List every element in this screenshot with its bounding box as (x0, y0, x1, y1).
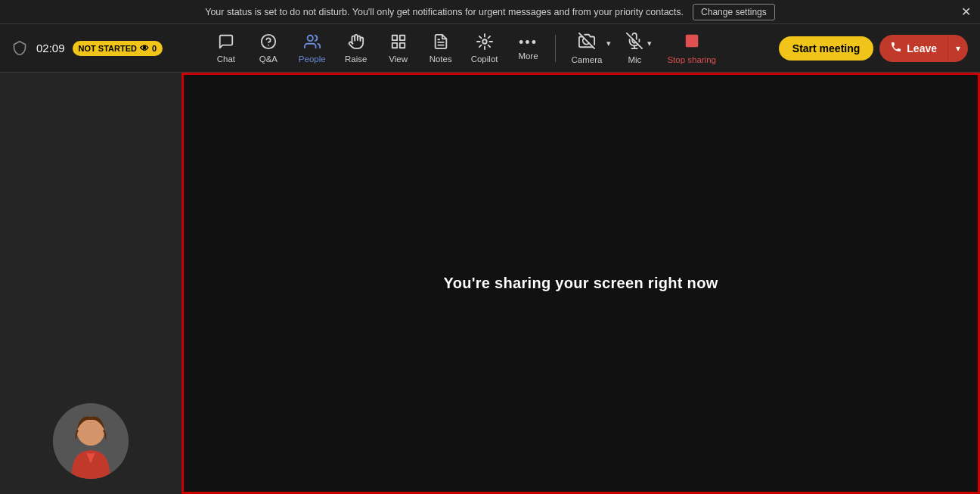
leave-group: Leave ▾ (879, 35, 968, 62)
leave-dropdown-button[interactable]: ▾ (948, 37, 968, 60)
not-started-badge: NOT STARTED 👁 0 (73, 41, 163, 56)
view-button[interactable]: View (379, 29, 418, 68)
chat-icon (218, 33, 234, 52)
stop-sharing-label: Stop sharing (667, 55, 716, 64)
mic-dropdown-button[interactable]: ▾ (646, 39, 656, 48)
sidebar (0, 73, 181, 494)
start-meeting-button[interactable]: Start meeting (779, 36, 873, 61)
svg-line-10 (579, 33, 594, 48)
timer-display: 02:09 (36, 42, 65, 54)
qa-icon (260, 33, 277, 52)
attendee-count: 0 (152, 44, 157, 53)
mic-button[interactable]: Mic (619, 28, 646, 69)
close-notification-button[interactable]: ✕ (961, 6, 971, 18)
copilot-label: Copilot (471, 54, 498, 64)
stop-sharing-icon (684, 33, 700, 53)
people-label: People (299, 54, 326, 64)
chat-button[interactable]: Chat (206, 29, 246, 68)
avatar (53, 403, 129, 479)
chat-label: Chat (217, 54, 235, 64)
more-icon: ••• (519, 36, 538, 49)
screen-share-area: You're sharing your screen right now (181, 73, 980, 494)
toolbar-right: Start meeting Leave ▾ (779, 35, 968, 62)
camera-off-icon (578, 33, 595, 53)
not-started-label: NOT STARTED (79, 44, 137, 53)
toolbar-left: 02:09 NOT STARTED 👁 0 (12, 40, 163, 57)
notes-button[interactable]: Notes (421, 29, 461, 68)
raise-icon (348, 33, 364, 52)
shield-icon (12, 40, 29, 57)
notification-text: Your status is set to do not disturb. Yo… (205, 7, 684, 17)
phone-icon (890, 41, 902, 55)
toolbar-divider (555, 35, 556, 62)
svg-point-9 (482, 39, 487, 44)
svg-rect-14 (685, 34, 698, 47)
qa-label: Q&A (259, 54, 278, 64)
svg-rect-5 (400, 42, 405, 47)
main-area: You're sharing your screen right now (0, 73, 980, 494)
camera-group: Camera ▾ (563, 28, 616, 69)
copilot-icon (476, 33, 493, 52)
view-label: View (389, 54, 408, 64)
camera-label: Camera (571, 55, 602, 64)
stop-sharing-button[interactable]: Stop sharing (659, 28, 724, 69)
view-icon (390, 33, 407, 52)
mic-group: Mic ▾ (619, 28, 656, 69)
camera-dropdown-button[interactable]: ▾ (605, 39, 616, 48)
svg-rect-4 (400, 35, 405, 39)
toolbar-center: Chat Q&A People (163, 28, 767, 69)
sharing-text: You're sharing your screen right now (443, 275, 718, 292)
copilot-button[interactable]: Copilot (464, 29, 506, 68)
mic-label: Mic (628, 55, 641, 64)
change-settings-button[interactable]: Change settings (693, 4, 775, 20)
eye-icon: 👁 (140, 43, 149, 54)
qa-button[interactable]: Q&A (249, 29, 288, 68)
leave-button[interactable]: Leave (879, 35, 947, 61)
toolbar: 02:09 NOT STARTED 👁 0 Chat (0, 24, 980, 73)
notes-label: Notes (430, 54, 452, 64)
camera-button[interactable]: Camera (563, 28, 605, 69)
raise-button[interactable]: Raise (336, 29, 376, 68)
svg-rect-3 (392, 35, 396, 39)
notification-banner: Your status is set to do not disturb. Yo… (0, 0, 980, 24)
more-button[interactable]: ••• More (508, 31, 547, 65)
people-button[interactable]: People (291, 29, 333, 68)
mic-off-icon (626, 33, 643, 53)
notes-icon (433, 33, 449, 52)
raise-label: Raise (345, 54, 367, 64)
people-icon (304, 33, 321, 52)
leave-label: Leave (907, 42, 937, 54)
more-label: More (518, 51, 538, 61)
svg-point-2 (307, 35, 312, 40)
svg-rect-6 (392, 42, 396, 47)
